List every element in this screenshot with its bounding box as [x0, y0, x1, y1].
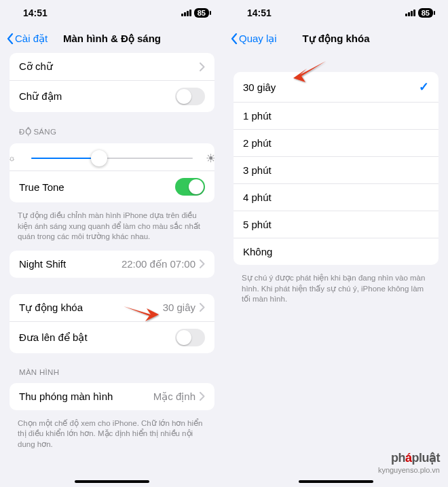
- chevron-left-icon: [231, 33, 238, 44]
- option-label: Không: [243, 246, 272, 257]
- option-label: 4 phút: [243, 192, 272, 203]
- cellular-icon: [181, 10, 191, 16]
- sun-min-icon: ☼: [10, 154, 16, 163]
- annotation-arrow: [292, 60, 329, 84]
- back-label: Cài đặt: [15, 33, 48, 45]
- row-true-tone[interactable]: True Tone: [10, 170, 214, 202]
- option-4min[interactable]: 4 phút: [234, 183, 438, 211]
- status-time: 14:51: [247, 7, 272, 18]
- phone-auto-lock: 14:51 85 Quay lại Tự động khóa 30 giây ✓: [224, 0, 448, 487]
- watermark-sub: kynguyenso.plo.vn: [378, 466, 440, 475]
- option-label: 5 phút: [243, 219, 272, 230]
- label-display-zoom: Thu phóng màn hình: [19, 391, 113, 402]
- option-never[interactable]: Không: [234, 238, 438, 265]
- footer-display-zoom: Chọn một chế độ xem cho iPhone. Chữ lớn …: [0, 414, 224, 454]
- header-display: MÀN HÌNH: [0, 357, 224, 379]
- option-2min[interactable]: 2 phút: [234, 129, 438, 156]
- value-night-shift: 22:00 đến 07:00: [122, 258, 195, 270]
- back-button[interactable]: Quay lại: [231, 33, 277, 45]
- chevron-right-icon: [200, 303, 205, 312]
- label-true-tone: True Tone: [19, 181, 64, 193]
- home-indicator: [299, 480, 373, 483]
- header-brightness: ĐỘ SÁNG: [0, 116, 224, 139]
- option-3min[interactable]: 3 phút: [234, 156, 438, 183]
- row-bold-text[interactable]: Chữ đậm: [10, 80, 214, 112]
- row-auto-lock[interactable]: Tự động khóa 30 giây: [10, 294, 214, 321]
- status-right: 85: [405, 8, 433, 18]
- watermark: phápluật kynguyenso.plo.vn: [378, 451, 440, 475]
- option-label: 1 phút: [243, 110, 272, 122]
- row-display-zoom[interactable]: Thu phóng màn hình Mặc định: [10, 383, 214, 410]
- option-5min[interactable]: 5 phút: [234, 211, 438, 238]
- chevron-left-icon: [7, 33, 14, 44]
- row-raise-to-wake[interactable]: Đưa lên để bật: [10, 321, 214, 353]
- option-label: 2 phút: [243, 137, 272, 149]
- footer-true-tone: Tự động điều chỉnh màn hình iPhone dựa t…: [0, 206, 224, 247]
- back-label: Quay lại: [239, 33, 277, 45]
- option-1min[interactable]: 1 phút: [234, 102, 438, 129]
- option-label: 3 phút: [243, 164, 272, 176]
- toggle-true-tone[interactable]: [175, 178, 205, 196]
- checkmark-icon: ✓: [419, 79, 429, 94]
- phone-display-settings: 14:51 85 Cài đặt Màn hình & Độ sáng Cỡ c…: [0, 0, 224, 487]
- status-bar: 14:51 85: [224, 0, 448, 26]
- annotation-arrow: [122, 302, 160, 323]
- label-night-shift: Night Shift: [19, 258, 66, 270]
- chevron-right-icon: [200, 392, 205, 401]
- battery-icon: 85: [418, 8, 433, 18]
- status-time: 14:51: [23, 7, 48, 18]
- footer-auto-lock: Sự chú ý được phát hiện khi bạn đang nhì…: [224, 269, 448, 309]
- option-30s[interactable]: 30 giây ✓: [234, 72, 438, 102]
- nav-bar: Cài đặt Màn hình & Độ sáng: [0, 26, 224, 52]
- option-label: 30 giây: [243, 82, 276, 93]
- label-text-size: Cỡ chữ: [19, 60, 53, 73]
- cellular-icon: [405, 10, 415, 16]
- chevron-right-icon: [200, 259, 205, 268]
- home-indicator: [75, 480, 149, 483]
- row-brightness-slider[interactable]: ☼ ☀: [10, 143, 214, 170]
- back-button[interactable]: Cài đặt: [7, 33, 48, 45]
- label-bold-text: Chữ đậm: [19, 90, 62, 103]
- value-display-zoom: Mặc định: [153, 391, 195, 403]
- brightness-slider[interactable]: [31, 158, 193, 160]
- status-right: 85: [181, 8, 209, 18]
- toggle-raise-to-wake[interactable]: [175, 329, 205, 346]
- chevron-right-icon: [200, 62, 205, 71]
- row-night-shift[interactable]: Night Shift 22:00 đến 07:00: [10, 251, 214, 278]
- battery-icon: 85: [194, 8, 209, 18]
- label-auto-lock: Tự động khóa: [19, 302, 83, 314]
- label-raise-to-wake: Đưa lên để bật: [19, 331, 88, 344]
- value-auto-lock: 30 giây: [163, 302, 195, 313]
- row-text-size[interactable]: Cỡ chữ: [10, 53, 214, 80]
- toggle-bold-text[interactable]: [175, 88, 205, 105]
- sun-max-icon: ☀: [206, 151, 214, 166]
- nav-bar: Quay lại Tự động khóa: [224, 26, 448, 52]
- status-bar: 14:51 85: [0, 0, 224, 26]
